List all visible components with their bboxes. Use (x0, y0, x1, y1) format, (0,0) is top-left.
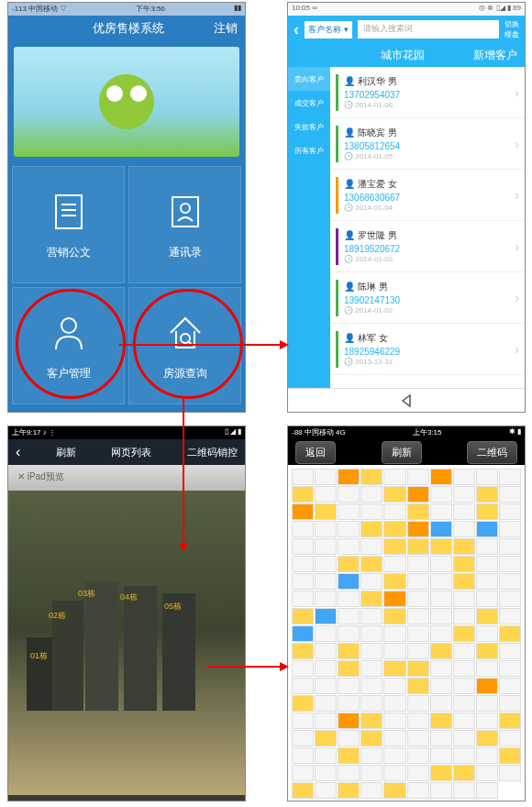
back-button[interactable]: ‹ (294, 20, 299, 39)
unit-cell[interactable] (383, 713, 405, 729)
unit-cell[interactable] (453, 608, 475, 625)
unit-cell[interactable] (360, 625, 382, 642)
unit-cell[interactable] (453, 730, 475, 746)
customer-row[interactable]: 👤 利汉华 男 13702954037 🕒 2014-01-06 › (330, 67, 525, 118)
unit-cell[interactable] (383, 747, 405, 764)
building-label[interactable]: 04栋 (120, 591, 138, 603)
unit-cell[interactable] (292, 730, 314, 746)
unit-cell[interactable] (453, 695, 475, 712)
qr-button[interactable]: 二维码 (467, 441, 517, 464)
unit-cell[interactable] (338, 538, 360, 555)
unit-cell[interactable] (430, 747, 452, 764)
qr-control-button[interactable]: 二维码销控 (187, 446, 238, 459)
unit-cell[interactable] (383, 573, 405, 590)
unit-cell[interactable] (338, 747, 360, 764)
unit-cell[interactable] (383, 782, 405, 799)
unit-cell[interactable] (430, 556, 452, 572)
unit-cell[interactable] (360, 782, 382, 799)
unit-cell[interactable] (292, 660, 314, 677)
unit-cell[interactable] (430, 503, 452, 520)
unit-cell[interactable] (360, 573, 382, 590)
unit-cell[interactable] (338, 765, 360, 781)
unit-cell[interactable] (499, 573, 521, 590)
unit-cell[interactable] (360, 486, 382, 503)
back-button[interactable]: ‹ (16, 444, 20, 460)
unit-cell[interactable] (499, 556, 521, 572)
unit-cell[interactable] (407, 643, 429, 659)
unit-cell[interactable] (407, 556, 429, 572)
unit-cell[interactable] (430, 608, 452, 625)
unit-cell[interactable] (360, 469, 382, 485)
unit-cell[interactable] (360, 643, 382, 659)
unit-cell[interactable] (360, 678, 382, 694)
unit-cell[interactable] (476, 573, 498, 590)
customer-phone[interactable]: 13068630667 (344, 193, 515, 203)
unit-cell[interactable] (338, 556, 360, 572)
unit-cell[interactable] (476, 747, 498, 764)
sidebar-item-intent[interactable]: 意向客户 (288, 67, 330, 91)
unit-cell[interactable] (453, 660, 475, 677)
unit-cell[interactable] (453, 469, 475, 485)
unit-cell[interactable] (430, 538, 452, 555)
unit-cell[interactable] (476, 643, 498, 659)
unit-cell[interactable] (407, 713, 429, 729)
unit-cell[interactable] (476, 660, 498, 677)
unit-cell[interactable] (453, 678, 475, 694)
unit-cell[interactable] (338, 643, 360, 659)
nav-back-icon[interactable] (399, 393, 414, 408)
unit-cell[interactable] (360, 521, 382, 537)
unit-cell[interactable] (360, 747, 382, 764)
unit-cell[interactable] (315, 608, 337, 625)
unit-cell[interactable] (430, 765, 452, 781)
building-label[interactable]: 02栋 (49, 610, 66, 622)
unit-cell[interactable] (338, 713, 360, 729)
unit-cell[interactable] (338, 573, 360, 590)
unit-cell[interactable] (476, 765, 498, 781)
customer-row[interactable]: 👤 林军 女 18925946229 🕒 2013-12-31 › (330, 324, 525, 375)
logout-button[interactable]: 注销 (214, 20, 238, 37)
unit-cell[interactable] (292, 591, 314, 607)
unit-cell[interactable] (360, 556, 382, 572)
sidebar-item-invalid[interactable]: 失效客户 (288, 115, 330, 138)
unit-cell[interactable] (315, 660, 337, 677)
unit-cell[interactable] (383, 538, 405, 555)
refresh-button[interactable]: 刷新 (382, 441, 422, 464)
unit-cell[interactable] (338, 521, 360, 537)
unit-cell[interactable] (430, 625, 452, 642)
unit-cell[interactable] (292, 782, 314, 799)
unit-cell[interactable] (476, 556, 498, 572)
unit-cell[interactable] (453, 765, 475, 781)
unit-cell[interactable] (338, 608, 360, 625)
unit-cell[interactable] (360, 660, 382, 677)
unit-cell[interactable] (383, 730, 405, 746)
unit-cell[interactable] (338, 591, 360, 607)
unit-cell[interactable] (292, 747, 314, 764)
unit-cell[interactable] (430, 521, 452, 537)
unit-cell[interactable] (292, 503, 314, 520)
unit-cell[interactable] (430, 730, 452, 746)
unit-cell[interactable] (430, 486, 452, 503)
list-button[interactable]: 网页列表 (111, 446, 151, 459)
unit-cell[interactable] (315, 538, 337, 555)
unit-cell[interactable] (430, 469, 452, 485)
customer-list[interactable]: 👤 利汉华 男 13702954037 🕒 2014-01-06 › 👤 陈晓宾… (330, 67, 525, 388)
unit-cell[interactable] (360, 730, 382, 746)
unit-cell[interactable] (338, 678, 360, 694)
unit-cell[interactable] (407, 625, 429, 642)
preview-banner[interactable]: ✕ iPad预览 (8, 465, 245, 491)
building-scene[interactable]: 01栋02栋03栋04栋05栋 (8, 491, 245, 747)
unit-cell[interactable] (315, 713, 337, 729)
unit-cell[interactable] (315, 678, 337, 694)
unit-cell[interactable] (499, 538, 521, 555)
unit-cell[interactable] (499, 469, 521, 485)
unit-cell[interactable] (315, 556, 337, 572)
unit-cell[interactable] (453, 713, 475, 729)
unit-cell[interactable] (338, 730, 360, 746)
unit-cell[interactable] (338, 469, 360, 485)
unit-cell[interactable] (383, 521, 405, 537)
unit-cell[interactable] (383, 643, 405, 659)
unit-cell[interactable] (315, 765, 337, 781)
search-input[interactable]: 请输入搜索词 (358, 20, 499, 39)
unit-cell[interactable] (292, 765, 314, 781)
unit-cell[interactable] (407, 538, 429, 555)
